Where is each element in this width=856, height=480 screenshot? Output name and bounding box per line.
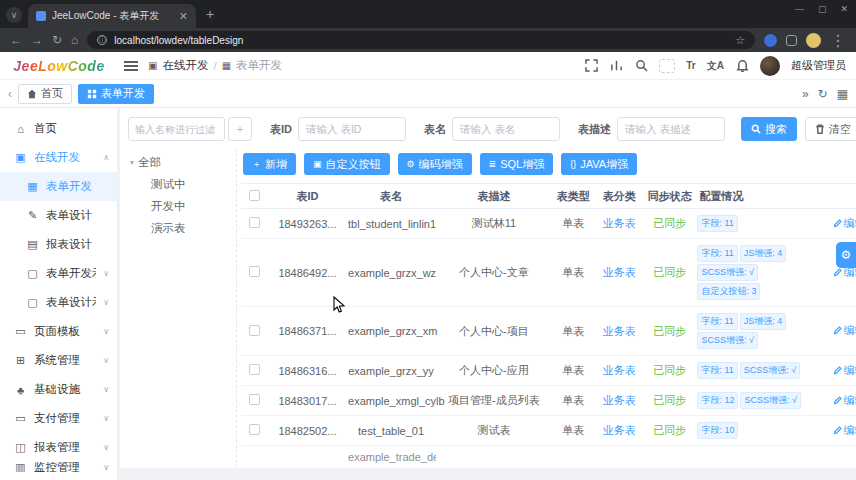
sidebar-item-system-manage[interactable]: ⊞ 系统管理 ∨ [0, 346, 117, 375]
minimize-icon[interactable]: — [795, 4, 804, 14]
url-bar[interactable]: ⓘ localhost/lowdev/tableDesign ☆ [87, 31, 755, 49]
col-operations[interactable]: 操作 [826, 184, 856, 209]
clear-button[interactable]: 清空 [805, 117, 856, 141]
code-enhance-icon: ⚙ [407, 159, 415, 169]
user-avatar[interactable] [760, 56, 780, 76]
maximize-icon[interactable]: ▢ [818, 4, 827, 14]
chart-icon[interactable] [609, 59, 623, 73]
collapse-menu-icon[interactable] [124, 61, 138, 71]
row-checkbox[interactable] [249, 217, 260, 228]
search-icon[interactable] [634, 59, 648, 73]
code-enhance-button[interactable]: ⚙ 编码增强 [398, 153, 472, 175]
sidebar-item-form-design[interactable]: ✎ 表单设计 [0, 201, 117, 230]
keyboard-shortcut-icon[interactable] [659, 59, 675, 73]
add-button[interactable]: ＋ 新增 [243, 153, 296, 175]
tree-node-developing[interactable]: 开发中 [130, 195, 236, 217]
sidebar-item-monitor[interactable]: ▥ 监控管理 ∨ [0, 462, 117, 472]
edit-link[interactable]: 编辑 [833, 216, 856, 231]
custom-button-button[interactable]: ▣ 自定义按钮 [304, 153, 390, 175]
sidebar-item-form-design-demo[interactable]: ▢ 表单设计示例 ∨ [0, 288, 117, 317]
forward-icon[interactable]: → [31, 33, 43, 47]
fullscreen-icon[interactable] [584, 59, 598, 73]
table-row[interactable]: 18482502...test_table_01测试表 单表业务表 已同步 字段… [241, 416, 856, 446]
breadcrumb: ▣ 在线开发 / ▦ 表单开发 [148, 58, 282, 73]
translate-icon[interactable]: Tr [686, 60, 695, 71]
edit-link[interactable]: 编辑 [833, 423, 856, 438]
sidebar-item-online-dev[interactable]: ▣ 在线开发 ∧ [0, 143, 117, 172]
tree-filter-input[interactable] [128, 117, 225, 141]
sidebar-item-home[interactable]: ⌂ 首页 [0, 114, 117, 143]
table-desc-input[interactable] [617, 117, 725, 141]
field-label-table-id: 表ID [270, 122, 292, 137]
sidebar-item-page-template[interactable]: ▭ 页面模板 ∨ [0, 317, 117, 346]
close-icon[interactable]: ✕ [840, 4, 848, 14]
browser-tab[interactable]: JeeLowCode - 表单开发 ✕ [28, 4, 196, 28]
breadcrumb-parent[interactable]: 在线开发 [162, 58, 208, 73]
col-table-desc[interactable]: 表描述 [436, 184, 552, 209]
extensions-puzzle-icon[interactable] [786, 35, 797, 46]
table-header-row: 表ID 表名 表描述 表类型 表分类 同步状态 配置情况 操作 [241, 184, 856, 209]
row-checkbox[interactable] [249, 325, 260, 336]
tree-filter-action-button[interactable]: + [228, 117, 252, 141]
pencil-icon [833, 219, 842, 228]
tabs-layout-icon[interactable]: ▦ [837, 87, 848, 101]
edit-link[interactable]: 编辑 [833, 363, 856, 378]
browser-menu-icon[interactable]: ⋮ [830, 31, 846, 50]
table-row[interactable]: 18483017...example_xmgl_cylb项目管理-成员列表 单表… [241, 386, 856, 416]
tab-search-button[interactable]: ∨ [6, 7, 22, 23]
table-name-input[interactable] [452, 117, 560, 141]
row-checkbox[interactable] [249, 364, 260, 375]
sidebar-item-infra[interactable]: ♣ 基础设施 ∨ [0, 375, 117, 404]
col-table-category[interactable]: 表分类 [595, 184, 644, 209]
bell-icon[interactable] [735, 59, 749, 73]
tabs-refresh-icon[interactable]: ↻ [818, 87, 828, 101]
table-id-input[interactable] [298, 117, 406, 141]
col-config[interactable]: 配置情况 [695, 184, 826, 209]
report-manage-icon: ◫ [14, 441, 27, 454]
back-icon[interactable]: ← [10, 33, 22, 47]
tree-node-testing[interactable]: 测试中 [130, 173, 236, 195]
filter-bar: + 表ID 表名 表描述 搜索 清空 ∨ [120, 108, 856, 149]
col-table-id[interactable]: 表ID [269, 184, 346, 209]
search-button[interactable]: 搜索 [741, 117, 797, 141]
user-name[interactable]: 超级管理员 [791, 58, 846, 73]
table-row[interactable]: 18486316...example_grzx_yy个人中心-应用 单表业务表 … [241, 356, 856, 386]
col-table-name[interactable]: 表名 [346, 184, 436, 209]
reload-icon[interactable]: ↻ [52, 33, 62, 47]
edit-link[interactable]: 编辑 [833, 323, 856, 338]
sql-enhance-button[interactable]: ≣ SQL增强 [480, 153, 554, 175]
row-checkbox[interactable] [249, 266, 260, 277]
tree-node-demo[interactable]: 演示表 [130, 217, 236, 239]
sidebar: ⌂ 首页 ▣ 在线开发 ∧ ▦ 表单开发 ✎ 表单设计 ▤ 报表设计 ▢ 表单开… [0, 108, 118, 480]
tab-close-icon[interactable]: ✕ [179, 10, 188, 23]
sidebar-item-form-dev[interactable]: ▦ 表单开发 [0, 172, 117, 201]
i18n-icon[interactable]: 文A [707, 59, 724, 73]
table-row-partial[interactable]: example_trade_deal [241, 446, 856, 469]
java-enhance-button[interactable]: {} JAVA增强 [561, 153, 637, 175]
table-row[interactable]: 18493263...tbl_student_linlin1测试林11 单表业务… [241, 209, 856, 239]
col-sync-status[interactable]: 同步状态 [644, 184, 695, 209]
settings-fab[interactable]: ⚙ [836, 242, 856, 268]
col-table-type[interactable]: 表类型 [552, 184, 595, 209]
select-all-checkbox[interactable] [249, 190, 260, 201]
tab-form-dev[interactable]: 表单开发 [78, 84, 154, 104]
extension-icon[interactable] [764, 34, 777, 47]
tabs-scroll-left-icon[interactable]: ‹ [8, 87, 12, 101]
tree-node-all[interactable]: ▾ 全部 [130, 151, 236, 173]
row-checkbox[interactable] [249, 424, 260, 435]
category-tree: ▾ 全部 测试中 开发中 演示表 [120, 149, 237, 468]
sidebar-item-form-dev-demo[interactable]: ▢ 表单开发示例 ∨ [0, 259, 117, 288]
new-tab-button[interactable]: + [206, 6, 214, 22]
home-icon[interactable]: ⌂ [71, 33, 78, 47]
app-logo[interactable]: JeeLowCode [0, 58, 118, 74]
sidebar-item-report-design[interactable]: ▤ 报表设计 [0, 230, 117, 259]
sidebar-item-payment[interactable]: ▭ 支付管理 ∨ [0, 404, 117, 433]
browser-profile-avatar[interactable] [806, 33, 821, 48]
tabs-scroll-right-icon[interactable]: » [802, 87, 809, 101]
sidebar-item-report-manage[interactable]: ◫ 报表管理 ∨ [0, 433, 117, 462]
row-checkbox[interactable] [249, 394, 260, 405]
edit-link[interactable]: 编辑 [833, 393, 856, 408]
site-info-icon[interactable]: ⓘ [97, 35, 107, 45]
tab-home[interactable]: 首页 [18, 84, 72, 104]
bookmark-star-icon[interactable]: ☆ [735, 34, 745, 47]
